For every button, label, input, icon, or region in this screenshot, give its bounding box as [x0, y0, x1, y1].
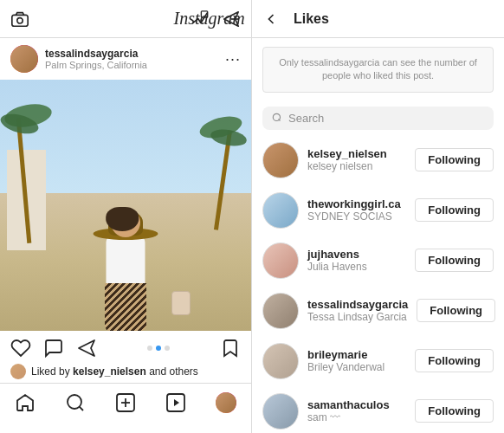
like-user-info: theworkinggirl.ca SYDNEY SOCIAS: [307, 197, 406, 223]
like-list-item: theworkinggirl.ca SYDNEY SOCIAS Followin…: [252, 185, 504, 236]
bottom-nav: [0, 383, 251, 421]
like-fullname: Briley Vanderwal: [307, 361, 406, 373]
home-nav-button[interactable]: [15, 392, 36, 413]
like-avatar[interactable]: [262, 293, 299, 329]
reels-nav-button[interactable]: [165, 392, 186, 413]
like-button[interactable]: [10, 338, 31, 359]
like-username[interactable]: kelsey_nielsen: [307, 147, 406, 160]
like-user-info: samanthaculos sam 〰: [307, 398, 406, 423]
like-user-info: brileymarie Briley Vanderwal: [307, 348, 406, 373]
search-nav-button[interactable]: [65, 392, 86, 413]
like-list-item: samanthaculos sam 〰 Following: [252, 386, 504, 433]
search-placeholder: Search: [288, 112, 324, 125]
like-fullname: sam 〰: [307, 411, 406, 423]
right-panel: Likes Only tessalindsaygarcia can see th…: [252, 0, 504, 433]
likes-list: kelsey_nielsen kelsey nielsen Following …: [252, 135, 504, 433]
search-icon: [271, 112, 283, 124]
app-logo: Instagram: [174, 9, 245, 29]
privacy-notice: Only tessalindsaygarcia can see the numb…: [262, 47, 494, 93]
liker-avatar: [10, 364, 26, 379]
dot-1: [147, 346, 152, 351]
share-button[interactable]: [76, 338, 97, 359]
follow-button[interactable]: Following: [415, 399, 494, 423]
svg-point-4: [68, 395, 81, 409]
post-username[interactable]: tessalindsaygarcia: [45, 48, 147, 60]
camera-icon[interactable]: [10, 10, 29, 29]
like-avatar[interactable]: [262, 142, 299, 178]
likes-row: Liked by kelsey_nielsen and others: [0, 362, 251, 383]
back-button[interactable]: [262, 10, 280, 28]
post-image: [0, 80, 251, 331]
like-fullname: kelsey nielsen: [307, 160, 406, 172]
left-panel: Instagram tessalindsaygarcia Palm Spring…: [0, 0, 252, 433]
dot-3: [165, 346, 170, 351]
follow-button[interactable]: Following: [415, 249, 494, 272]
search-bar[interactable]: Search: [262, 107, 494, 130]
like-avatar[interactable]: [262, 192, 299, 229]
user-info-left: tessalindsaygarcia Palm Springs, Califor…: [10, 45, 147, 73]
likes-text: Liked by kelsey_nielsen and others: [31, 365, 198, 378]
like-avatar[interactable]: [262, 343, 299, 379]
liked-by-label: Liked by: [31, 365, 70, 378]
svg-rect-0: [12, 15, 28, 26]
like-fullname: Tessa Lindsay Garcia: [307, 311, 408, 323]
profile-nav-button[interactable]: [216, 392, 236, 413]
like-username[interactable]: samanthaculos: [307, 398, 406, 411]
svg-line-5: [80, 406, 83, 410]
post-actions-bar: [0, 331, 251, 362]
follow-button[interactable]: Following: [415, 148, 494, 171]
like-list-item: tessalindsaygarcia Tessa Lindsay Garcia …: [252, 286, 504, 336]
likes-title: Likes: [294, 11, 329, 27]
user-details: tessalindsaygarcia Palm Springs, Califor…: [45, 48, 147, 70]
like-list-item: jujhavens Julia Havens Following: [252, 236, 504, 286]
like-username[interactable]: theworkinggirl.ca: [307, 197, 406, 210]
like-list-item: kelsey_nielsen kelsey nielsen Following: [252, 135, 504, 185]
like-fullname: Julia Havens: [307, 261, 406, 273]
avatar[interactable]: [10, 45, 38, 73]
more-options-button[interactable]: ···: [225, 50, 241, 68]
like-user-info: kelsey_nielsen kelsey nielsen: [307, 147, 406, 172]
and-others-label: and others: [149, 365, 198, 378]
like-username[interactable]: tessalindsaygarcia: [307, 298, 408, 311]
carousel-indicators: [147, 346, 170, 351]
save-button[interactable]: [220, 338, 241, 359]
post-user-row: tessalindsaygarcia Palm Springs, Califor…: [0, 38, 251, 80]
like-user-info: tessalindsaygarcia Tessa Lindsay Garcia: [307, 298, 408, 323]
like-fullname: SYDNEY SOCIAS: [307, 210, 406, 223]
follow-button[interactable]: Following: [415, 349, 494, 372]
liker-name[interactable]: kelsey_nielsen: [73, 365, 146, 378]
like-username[interactable]: jujhavens: [307, 248, 406, 261]
post-actions-left: [10, 338, 97, 359]
dot-2: [156, 346, 161, 351]
like-avatar[interactable]: [262, 242, 299, 279]
add-post-button[interactable]: [115, 392, 136, 413]
follow-button[interactable]: Following: [417, 299, 495, 322]
like-avatar[interactable]: [262, 393, 299, 430]
post-location: Palm Springs, California: [45, 60, 147, 70]
left-header: Instagram: [0, 0, 251, 38]
like-list-item: brileymarie Briley Vanderwal Following: [252, 336, 504, 386]
follow-button[interactable]: Following: [415, 198, 494, 222]
svg-marker-10: [174, 399, 179, 406]
like-user-info: jujhavens Julia Havens: [307, 248, 406, 273]
like-username[interactable]: brileymarie: [307, 348, 406, 361]
likes-header: Likes: [252, 0, 504, 38]
comment-button[interactable]: [43, 338, 64, 359]
svg-point-1: [17, 17, 23, 23]
